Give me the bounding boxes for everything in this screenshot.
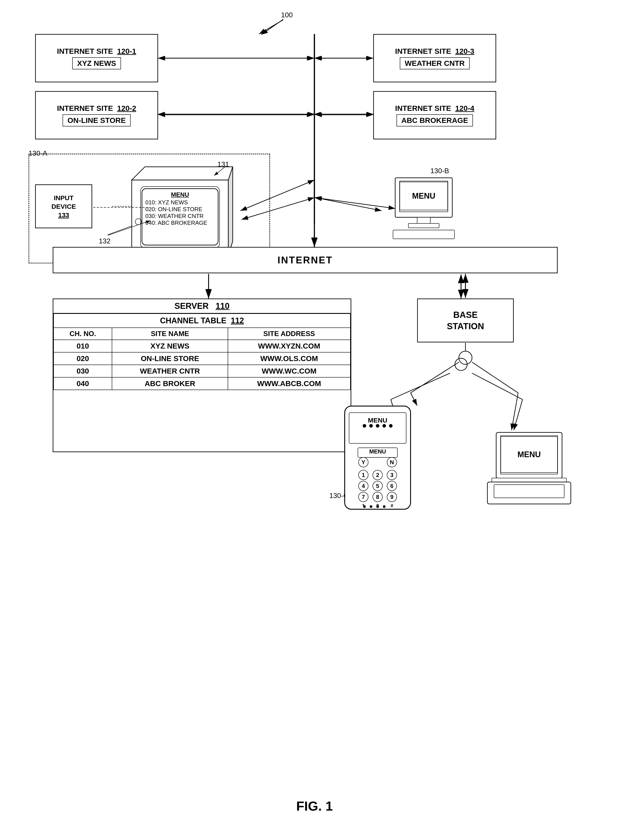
svg-point-57 — [383, 505, 386, 508]
internet-site-120-3: INTERNET SITE 120-3 WEATHER CNTR — [373, 34, 496, 82]
svg-line-17 — [391, 373, 450, 399]
svg-rect-34 — [393, 230, 454, 239]
svg-marker-27 — [228, 167, 233, 254]
svg-line-80 — [411, 362, 459, 393]
mobile-device-130c: MENU MENU Y N 1 2 3 4 5 6 7 8 9 * 0 # — [338, 404, 417, 514]
svg-line-74 — [315, 197, 382, 211]
ref-100: 100 — [281, 11, 292, 19]
computer-130b: MENU — [382, 175, 465, 246]
svg-rect-32 — [417, 217, 430, 224]
base-station-box: BASESTATION — [417, 298, 514, 343]
svg-line-67 — [261, 19, 283, 35]
laptop-130d: MENU — [483, 430, 575, 509]
svg-line-6 — [259, 20, 283, 34]
ref-130b: 130-B — [430, 167, 449, 175]
internet-site-120-2: INTERNET SITE 120-2 ON-LINE STORE — [35, 91, 158, 139]
tv-menu-screen: MENU 010: XYZ NEWS 020: ON-LINE STORE 03… — [142, 188, 218, 245]
svg-point-78 — [459, 351, 472, 364]
channel-table: CHANNEL TABLE 112 CH. NO. SITE NAME SITE… — [53, 313, 351, 390]
table-row: 030 WEATHER CNTR WWW.WC.COM — [54, 365, 351, 377]
svg-point-55 — [370, 505, 372, 508]
ref-132: 132 — [99, 237, 111, 245]
diagram: 100 INTERNET SITE 120-1 XYZ NEWS INTERNE… — [0, 0, 629, 840]
input-device-box: INPUTDEVICE133 — [35, 185, 92, 228]
server-box: SERVER 110 CHANNEL TABLE 112 CH. NO. SIT… — [53, 298, 351, 452]
svg-line-19 — [472, 373, 523, 399]
table-row: 040 ABC BROKER WWW.ABCB.COM — [54, 377, 351, 390]
internet-site-120-1: INTERNET SITE 120-1 XYZ NEWS — [35, 34, 158, 82]
table-row: 010 XYZ NEWS WWW.XYZN.COM — [54, 340, 351, 352]
table-row: 020 ON-LINE STORE WWW.OLS.COM — [54, 352, 351, 365]
svg-line-20 — [514, 399, 523, 430]
ref-131: 131 — [217, 160, 229, 168]
svg-point-21 — [455, 358, 467, 371]
internet-bar: INTERNET — [53, 247, 558, 273]
figure-title: FIG. 1 — [296, 799, 333, 814]
svg-rect-62 — [494, 485, 564, 498]
svg-line-83 — [512, 393, 518, 430]
svg-line-82 — [472, 362, 518, 393]
svg-rect-33 — [408, 223, 439, 228]
internet-site-120-4: INTERNET SITE 120-4 ABC BROKERAGE — [373, 91, 496, 139]
svg-marker-26 — [132, 167, 233, 180]
